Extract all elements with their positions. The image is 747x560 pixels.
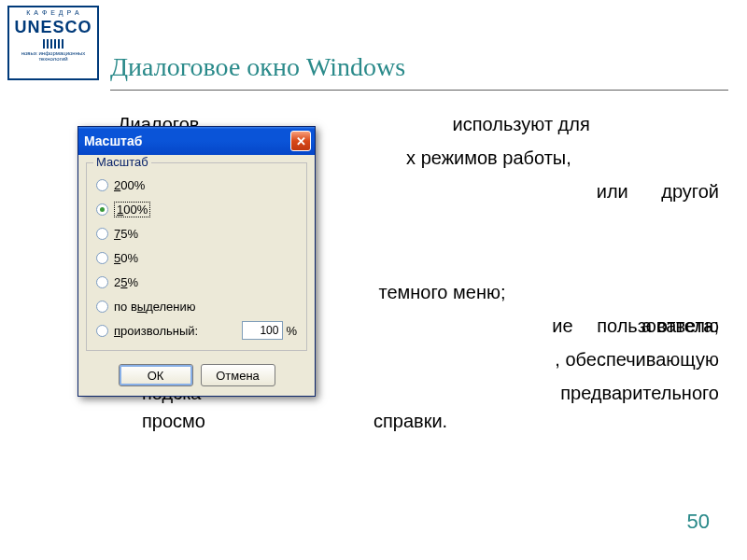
dialog-title: Масштаб xyxy=(84,133,290,148)
text-frag: или другой xyxy=(597,177,719,205)
text-frag: используют для xyxy=(453,114,590,134)
radio-25-label[interactable]: 25% xyxy=(114,275,138,289)
text-frag: , обеспечивающую xyxy=(555,345,719,373)
zoom-groupbox: Масштаб 200% 100% 75% 50% 25% по выделен… xyxy=(86,162,307,351)
radio-50-label[interactable]: 50% xyxy=(114,251,138,265)
dialog-titlebar[interactable]: Масштаб ✕ xyxy=(78,127,315,155)
radio-custom[interactable] xyxy=(96,325,108,337)
page-number: 50 xyxy=(687,510,710,534)
radio-fit-label[interactable]: по выделению xyxy=(114,300,196,314)
radio-50[interactable] xyxy=(96,252,108,264)
cancel-button[interactable]: Отмена xyxy=(201,364,275,386)
zoom-dialog: Масштаб ✕ Масштаб 200% 100% 75% 50% 25% xyxy=(78,126,316,397)
title-rule xyxy=(110,90,728,91)
logo-top-text: К А Ф Е Д Р А xyxy=(11,9,95,16)
radio-fit[interactable] xyxy=(96,301,108,313)
radio-200[interactable] xyxy=(96,179,108,191)
text-frag: х режимов работы, xyxy=(406,147,571,168)
custom-zoom-input[interactable] xyxy=(242,321,283,340)
radio-25[interactable] xyxy=(96,276,108,288)
dialog-buttons: ОК Отмена xyxy=(78,358,315,396)
close-button[interactable]: ✕ xyxy=(290,131,311,151)
logo-mid-text: UNESCO xyxy=(11,18,95,37)
page-title: Диалоговое окно Windows xyxy=(110,52,405,82)
logo-bottom-text: новых информационных технологий xyxy=(11,50,95,62)
close-icon: ✕ xyxy=(296,134,306,148)
radio-custom-label[interactable]: произвольный: xyxy=(114,324,198,338)
logo-columns xyxy=(11,39,95,49)
radio-75-label[interactable]: 75% xyxy=(114,227,138,241)
text-frag: темного меню; xyxy=(379,282,506,302)
ok-button[interactable]: ОК xyxy=(119,364,193,386)
group-legend: Масштаб xyxy=(93,155,151,169)
percent-label: % xyxy=(286,324,297,338)
radio-100-label[interactable]: 100% xyxy=(114,202,150,217)
text-frag: предварительного xyxy=(560,379,719,407)
text-frag: просмо xyxy=(142,407,205,435)
radio-75[interactable] xyxy=(96,228,108,240)
text-frag: справки. xyxy=(374,407,447,435)
radio-200-label[interactable]: 200% xyxy=(114,178,145,192)
unesco-logo: К А Ф Е Д Р А UNESCO новых информационны… xyxy=(7,6,99,80)
text-frag: ие пользователю xyxy=(552,312,719,340)
radio-100[interactable] xyxy=(96,203,108,216)
